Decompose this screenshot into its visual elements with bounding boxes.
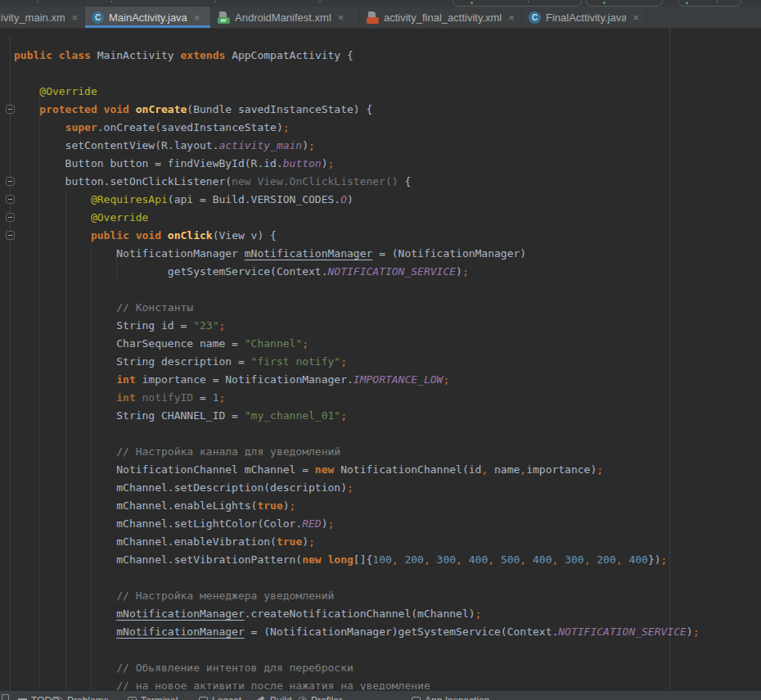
code-line [14, 65, 761, 83]
manifest-file-icon: MF [218, 11, 230, 24]
tool-window-bar: TODOProblemsTerminalLogcatBuildProfilerA… [0, 690, 761, 700]
tool-window-icon-fragment [2, 694, 9, 700]
code-line: mChannel.enableVibration(true); [14, 533, 761, 551]
code-line: // Константы [14, 299, 761, 317]
code-line: mNotificationManager.createNotificationC… [14, 605, 761, 623]
tool-window-label: Build [270, 695, 292, 700]
problems-icon [54, 697, 63, 700]
code-line: mChannel.enableLights(true); [14, 497, 761, 515]
tool-window-button-profiler[interactable]: Profiler [298, 695, 342, 700]
tool-window-button-logcat[interactable]: Logcat [199, 695, 241, 700]
toolbar-icon-fragment [214, 1, 216, 2]
logcat-icon [199, 697, 208, 700]
toolbar-icon-fragment [37, 1, 38, 2]
code-line: String description = "first notify"; [14, 353, 761, 371]
build-hammer-icon [257, 697, 266, 700]
code-line [14, 641, 761, 659]
code-line: public void onClick(View v) { [14, 227, 761, 245]
tool-window-label: Profiler [311, 695, 342, 700]
tab-label: activity_final_acttivity.xml [384, 11, 502, 24]
code-line: int notifyID = 1; [14, 389, 761, 407]
code-line: getSystemService(Context.NOTIFICATION_SE… [14, 263, 761, 281]
tool-window-label: Terminal [141, 695, 178, 700]
tool-window-label: App Inspection [425, 695, 489, 700]
code-line: Button button = findViewById(R.id.button… [14, 155, 761, 173]
code-line: NotificationManager mNotificationManager… [14, 245, 761, 263]
code-line: // на новое активити после нажатия на ув… [14, 677, 761, 690]
code-line: public class MainActivity extends AppCom… [14, 47, 761, 65]
code-line: protected void onCreate(Bundle savedInst… [14, 101, 761, 119]
code-line: @Override [14, 83, 761, 101]
java-class-icon: C [92, 11, 104, 24]
editor-tab-MainActivity.java[interactable]: CMainActivity.java× [85, 7, 211, 28]
profiler-gauge-icon [298, 697, 307, 700]
tool-window-label: Logcat [212, 695, 241, 700]
tab-close-icon[interactable]: × [71, 12, 78, 23]
tab-close-icon[interactable]: × [508, 12, 515, 23]
editor-tab-ivity_main.xml[interactable]: ivity_main.xml× [0, 7, 85, 28]
run-icon [471, 2, 473, 4]
code-line: @RequiresApi(api = Build.VERSION_CODES.O… [14, 191, 761, 209]
code-line: mNotificationManager = (NotificationMana… [14, 623, 761, 641]
code-line [14, 281, 761, 299]
editor-tab-activity_final_acttivity.xml[interactable]: activity_final_acttivity.xml× [360, 7, 522, 28]
run-buttons-group-fragment [586, 0, 663, 7]
layout-file-icon [367, 11, 379, 24]
tool-window-button-terminal[interactable]: Terminal [128, 695, 178, 700]
code-line: setContentView(R.layout.activity_main); [14, 137, 761, 155]
code-line: NotificationChannel mChannel = new Notif… [14, 461, 761, 479]
java-class-icon: C [529, 11, 541, 24]
editor-tab-bar: ivity_main.xml×CMainActivity.java×MFAndr… [0, 7, 761, 29]
toolbar-icon-fragment [716, 1, 718, 2]
tab-close-icon[interactable]: × [633, 12, 639, 23]
code-line [14, 425, 761, 443]
code-editor[interactable]: public class MainActivity extends AppCom… [0, 29, 761, 690]
tab-close-icon[interactable]: × [194, 12, 200, 23]
toolbar-icon-fragment [528, 1, 529, 2]
tab-close-icon[interactable]: × [338, 12, 344, 23]
code-line: // Обьявление интентов для переброски [14, 659, 761, 677]
main-toolbar-cropped [0, 0, 761, 7]
code-line: // Настройка менеджера уведомлений [14, 587, 761, 605]
code-line: mChannel.setDescription(description); [14, 479, 761, 497]
code-line: mChannel.setVibrationPattern(new long[]{… [14, 551, 761, 569]
code-line: super.onCreate(savedInstanceState); [14, 119, 761, 137]
code-lines: public class MainActivity extends AppCom… [0, 29, 761, 690]
editor-tab-FinalActtivity.java[interactable]: CFinalActtivity.java× [522, 7, 646, 28]
debug-icon [603, 2, 606, 4]
code-line: // Настройка канала для уведомлений [14, 443, 761, 461]
code-line: @Override [14, 209, 761, 227]
tab-label: AndroidManifest.xml [235, 11, 331, 24]
code-line: String id = "23"; [14, 317, 761, 335]
android-studio-window: ivity_main.xml×CMainActivity.java×MFAndr… [0, 0, 761, 700]
code-line: CharSequence name = "Channel"; [14, 335, 761, 353]
code-line: int importance = NotificationManager.IMP… [14, 371, 761, 389]
tool-window-button-app-inspection[interactable]: App Inspection [412, 695, 489, 700]
tool-window-button-todo[interactable]: TODO [18, 695, 59, 700]
tool-window-button-problems[interactable]: Problems [54, 695, 109, 700]
code-line [14, 569, 761, 587]
status-dot-icon [686, 2, 688, 4]
tool-window-button-build[interactable]: Build [257, 695, 292, 700]
toolbar-icon-fragment [110, 1, 112, 2]
code-line: button.setOnClickListener(new View.OnCli… [14, 173, 761, 191]
toolbar-icon-fragment [319, 1, 321, 2]
tab-label: ivity_main.xml [1, 11, 65, 24]
tab-label: MainActivity.java [109, 11, 187, 24]
editor-tab-AndroidManifest.xml[interactable]: MFAndroidManifest.xml× [211, 7, 360, 28]
terminal-icon [128, 697, 137, 700]
tab-label: FinalActtivity.java [546, 11, 626, 24]
code-line: mChannel.setLightColor(Color.RED); [14, 515, 761, 533]
tool-window-label: Problems [67, 695, 109, 700]
code-line: String CHANNEL_ID = "my_channel_01"; [14, 407, 761, 425]
app-inspection-icon [412, 697, 421, 700]
